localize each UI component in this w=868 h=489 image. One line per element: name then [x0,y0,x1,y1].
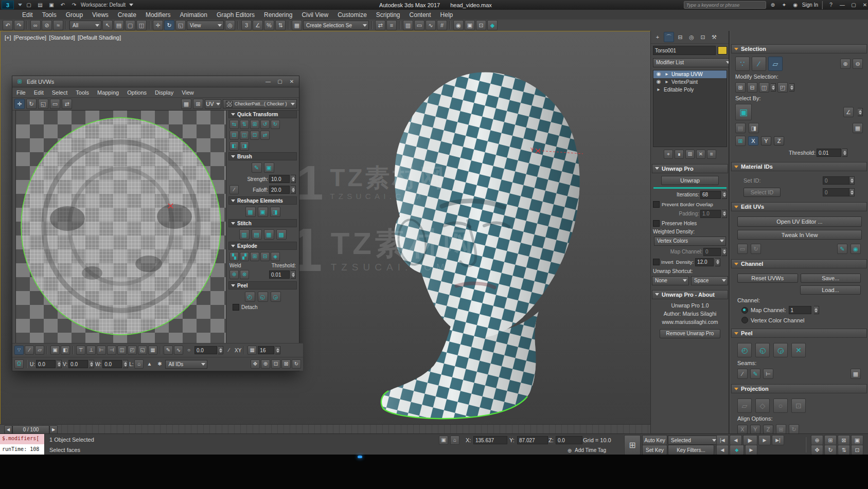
planar-angle-icon[interactable]: ∠ [843,107,854,117]
set-key-button[interactable]: Set Key [642,445,667,455]
uv-grid-size-field[interactable]: 16 [258,346,274,354]
remove-unwrap-pro-button[interactable]: Remove Unwrap Pro [660,329,720,338]
brush-strength-spinner[interactable] [291,175,296,183]
select-by-smoothing-icon[interactable]: ◨ [749,123,759,133]
percent-snap-icon[interactable]: % [264,20,274,30]
tab-utilities[interactable]: ⚒ [709,32,719,42]
maximize-viewport-toggle-icon[interactable]: ⊡ [851,445,863,455]
curve-editor-icon[interactable]: ∿ [426,20,436,30]
peel-mode-icon[interactable]: ◵ [755,343,770,357]
pack-uvs-icon[interactable]: ◱ [138,346,147,355]
load-uvws-button[interactable]: Load... [800,285,861,295]
freeze-icon[interactable]: ✱ [155,359,164,369]
tweak-in-view-button[interactable]: Tweak In View [737,230,862,240]
menu-create[interactable]: Create [113,11,141,19]
falloff-type-icon[interactable]: ∕ [224,346,234,355]
go-to-start-icon[interactable]: |◀ [716,435,729,445]
workspace-dropdown[interactable]: Workspace: Default [81,2,133,8]
invert-checkbox[interactable] [653,259,660,265]
density-field[interactable]: 12.0 [695,258,714,266]
menu-modifiers[interactable]: Modifiers [141,11,175,19]
rollout-brush[interactable]: Brush [228,152,297,160]
maxscript-macro-recorder[interactable]: $.modifiers[ [0,434,44,444]
uv-snap-magnet-icon[interactable]: Ω [14,359,24,369]
sign-in-link[interactable]: Sign In [802,2,818,8]
menu-tools[interactable]: Tools [38,11,61,19]
auto-key-button[interactable]: Auto Key [642,435,667,445]
uv-window-titlebar[interactable]: ⊞ Edit UVWs — ▢ ✕ [12,76,299,87]
weld-selected-icon[interactable]: ⊕ [229,270,239,279]
axis-y-button[interactable]: Y [761,136,771,146]
uv-maximize-icon[interactable]: ▢ [275,77,285,86]
ignore-backfacing-icon[interactable]: ⊖ [853,59,863,69]
select-by-map-icon[interactable]: ▦ [853,123,863,133]
stitch-target-icon[interactable]: ▩ [276,229,287,240]
linear-align-icon[interactable]: ⊞ [250,120,259,129]
soft-selection-value-field[interactable]: 0.0 [194,346,217,354]
object-name-field[interactable]: Torso001 [653,46,716,55]
zoom-extents-icon[interactable]: ⊠ [838,435,850,445]
detach-checkbox[interactable] [233,304,239,311]
uv-show-map-icon[interactable]: ▦ [181,99,191,109]
next-key-icon[interactable]: ▶ [745,445,757,455]
viewport-standard-label[interactable]: [Standard] [49,34,75,41]
space-horizontal-icon[interactable]: ◫ [240,131,249,140]
help-icon[interactable]: ? [826,1,836,10]
grid-snap-uv-icon[interactable]: ▦ [148,346,157,355]
zoom-viewport-icon[interactable]: ⊕ [811,435,823,445]
menu-graph-editors[interactable]: Graph Editors [212,11,259,19]
v-coordinate-field[interactable]: 0.0 [68,360,88,368]
edge-to-seam-icon[interactable]: ⊢ [763,369,773,379]
modifier-expand-icon[interactable]: ▸ [655,85,662,94]
selection-filter-dropdown[interactable]: All [69,21,101,30]
reset-peel-icon[interactable]: ✕ [791,343,806,357]
make-unique-icon[interactable]: ⊞ [685,150,695,159]
key-filters-button[interactable]: Key Filters... [668,445,714,455]
key-mode-toggle-icon[interactable]: ◆ [730,445,744,455]
zoom-region-icon[interactable]: ⊡ [271,359,280,369]
paint-move-brush-icon[interactable]: ✎ [252,162,262,173]
rollout-peel[interactable]: Peel [228,281,297,289]
prevent-border-overlap-checkbox[interactable] [653,201,660,208]
reference-coordinate-dropdown[interactable]: View [187,21,224,30]
use-pivot-center-icon[interactable]: ◎ [225,20,235,30]
rollout-reshape-elements[interactable]: Reshape Elements [228,196,297,205]
angle-snap-icon[interactable]: ∠ [253,20,263,30]
previous-key-icon[interactable]: ◀ [716,445,729,455]
rollout-selection[interactable]: Selection [731,44,867,53]
menu-edit[interactable]: Edit [17,11,38,19]
density-spinner[interactable] [715,258,720,266]
uv-edge-mode-icon[interactable]: ∕ [25,346,34,355]
next-frame-icon[interactable]: ▶ [758,435,771,445]
align-left-icon[interactable]: ◧ [229,141,239,151]
set-key-mode-button[interactable]: ⊞ [624,435,641,455]
tab-create[interactable]: + [652,32,663,42]
align-vertical-icon[interactable]: ⇅ [240,120,249,129]
rollout-stitch[interactable]: Stitch [228,219,297,227]
viewport-pov-label[interactable]: [Perspective] [14,34,47,41]
time-slider-track[interactable]: ◀ 0 / 100 ▶ [0,424,650,434]
tab-display[interactable]: ⊡ [698,32,708,42]
remove-modifier-icon[interactable]: ✕ [696,150,705,159]
stack-item-editable-poly[interactable]: ▸ Editable Poly [653,86,727,94]
menu-civil-view[interactable]: Civil View [297,11,333,19]
save-uvws-button[interactable]: Save... [801,274,861,283]
open-uv-editor-button[interactable]: Open UV Editor ... [737,216,862,227]
filter-faces-icon[interactable]: ▲ [145,359,154,369]
select-by-normal-icon[interactable]: ▣ [735,104,752,120]
brush-falloff-spinner[interactable] [291,186,296,194]
window-crossing-icon[interactable]: ◫ [136,20,147,30]
z-coordinate-field[interactable]: 0.0 [556,436,582,444]
polygon-subobject-icon[interactable]: ▱ [768,57,783,71]
uv-menu-edit[interactable]: Edit [34,89,44,96]
align-h-tool-icon[interactable]: ◫ [117,346,127,355]
rollout-quick-transform[interactable]: Quick Transform [228,110,297,118]
undo-icon[interactable]: ↶ [3,20,13,30]
pelt-map-icon[interactable]: ◶ [773,343,788,357]
zoom-extents-icon[interactable]: ⊠ [281,359,291,369]
channel-map-field[interactable]: 1 [789,306,811,314]
peel-reset-icon[interactable]: ◶ [271,292,281,302]
go-to-end-icon[interactable]: ▶| [772,435,784,445]
taskbar-app-indicator[interactable] [358,456,362,458]
explode-smoothing-icon[interactable]: ⊞ [250,252,259,261]
